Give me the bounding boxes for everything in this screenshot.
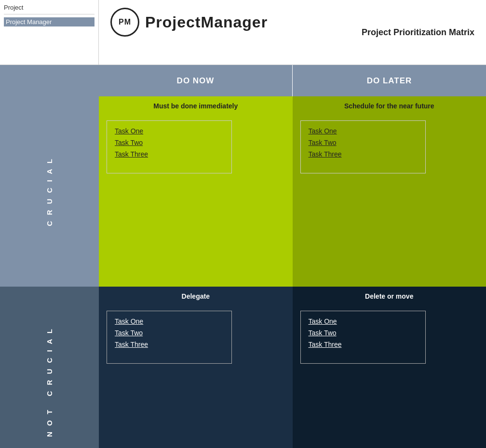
top-section: Project Project Manager PM ProjectManage…	[0, 0, 486, 65]
col-header-do-now: DO NOW	[99, 65, 293, 96]
task-item-1: Task One	[115, 126, 224, 137]
pm-logo-circle: PM	[110, 8, 139, 37]
task-item-2: Task Two	[115, 137, 224, 149]
task-item-12: Task Three	[309, 339, 418, 351]
task-item-9: Task Three	[115, 339, 224, 351]
not-crucial-label: N O T C R U C I A L	[45, 327, 54, 437]
task-box-do-now-crucial: Task One Task Two Task Three	[107, 120, 232, 173]
task-item-6: Task Three	[309, 149, 418, 160]
row-label-crucial: C R U C I A L	[0, 96, 99, 287]
row-label-col: C R U C I A L N O T C R U C I A L	[0, 65, 99, 448]
task-item-8: Task Two	[115, 328, 224, 339]
cell-do-now-crucial: Must be done immediately Task One Task T…	[99, 96, 293, 287]
task-item-3: Task Three	[115, 149, 224, 160]
task-item-4: Task One	[309, 126, 418, 137]
matrix-content: DO NOW DO LATER Must be done immediately…	[99, 65, 486, 448]
left-header: Project Project Manager	[0, 0, 99, 65]
col-header-do-later: DO LATER	[293, 65, 486, 96]
cell-do-later-not-crucial: Delete or move Task One Task Two Task Th…	[293, 287, 486, 448]
task-box-do-later-crucial: Task One Task Two Task Three	[300, 120, 426, 173]
page-title: Project Prioritization Matrix	[362, 27, 474, 38]
project-manager-label: Project Manager	[4, 17, 94, 26]
matrix-row-not-crucial: Delegate Task One Task Two Task Three De…	[99, 287, 486, 448]
cell-label-do-now-crucial: Must be done immediately	[153, 102, 238, 110]
cell-do-later-crucial: Schedule for the near future Task One Ta…	[293, 96, 486, 287]
crucial-label: C R U C I A L	[45, 157, 54, 226]
right-header: PM ProjectManager Project Prioritization…	[99, 0, 486, 65]
task-item-5: Task Two	[309, 137, 418, 149]
cell-label-delete-or-move: Delete or move	[365, 292, 413, 300]
task-box-delete-or-move: Task One Task Two Task Three	[300, 311, 426, 364]
brand-name: ProjectManager	[145, 13, 268, 31]
row-label-spacer	[0, 65, 99, 96]
col-headers: DO NOW DO LATER	[99, 65, 486, 96]
cell-label-delegate: Delegate	[182, 292, 210, 300]
task-item-11: Task Two	[309, 328, 418, 339]
row-label-not-crucial: N O T C R U C I A L	[0, 287, 99, 448]
task-box-delegate: Task One Task Two Task Three	[107, 311, 232, 364]
task-item-10: Task One	[309, 316, 418, 328]
task-item-7: Task One	[115, 316, 224, 328]
logo-area: PM ProjectManager	[110, 8, 268, 37]
matrix-wrapper: C R U C I A L N O T C R U C I A L DO NOW…	[0, 65, 486, 448]
cell-label-do-later-crucial: Schedule for the near future	[344, 102, 434, 110]
project-label: Project	[4, 4, 94, 14]
matrix-row-crucial: Must be done immediately Task One Task T…	[99, 96, 486, 287]
cell-do-now-not-crucial: Delegate Task One Task Two Task Three	[99, 287, 293, 448]
